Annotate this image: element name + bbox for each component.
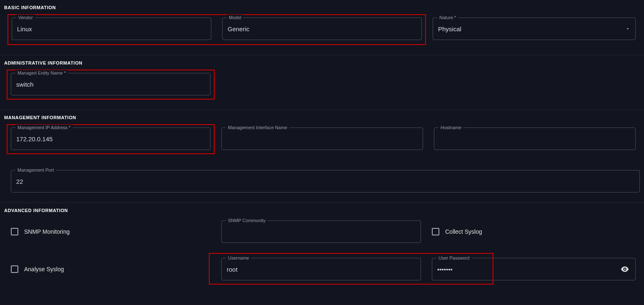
input-hostname[interactable] xyxy=(439,135,630,142)
input-model[interactable] xyxy=(228,25,416,32)
label-mgmt-iface: Management Interface Name xyxy=(226,125,289,130)
select-nature[interactable]: Nature * Physical xyxy=(433,18,636,40)
label-model: Model xyxy=(227,15,243,20)
section-title-advanced: ADVANCED INFORMATION xyxy=(4,208,640,213)
input-mgmt-ip[interactable] xyxy=(16,135,205,142)
value-nature: Physical xyxy=(438,25,630,32)
section-title-basic: BASIC INFORMATION xyxy=(4,5,640,10)
checkbox-icon[interactable] xyxy=(432,228,439,235)
section-basic: BASIC INFORMATION Vendor Model Nature * … xyxy=(0,0,644,51)
input-mgmt-port[interactable] xyxy=(16,178,634,185)
label-hostname: Hostname xyxy=(438,125,463,130)
field-hostname: Hostname xyxy=(434,128,636,150)
input-mgmt-iface[interactable] xyxy=(227,135,418,142)
section-mgmt: MANAGEMENT INFORMATION Management IP Add… xyxy=(0,110,644,198)
highlight-entity-name: Managed Entity Name * xyxy=(7,70,215,100)
checkbox-icon[interactable] xyxy=(11,265,18,273)
checkbox-collect-syslog[interactable]: Collect Syslog xyxy=(432,220,640,243)
checkbox-analyse-syslog[interactable]: Analyse Syslog xyxy=(11,258,211,280)
input-vendor[interactable] xyxy=(17,25,206,32)
field-mgmt-iface: Management Interface Name xyxy=(221,128,423,150)
label-collect-syslog: Collect Syslog xyxy=(445,228,482,235)
input-entity-name[interactable] xyxy=(16,81,205,88)
section-title-admin: ADMINISTRATIVE INFORMATION xyxy=(4,60,640,65)
label-nature: Nature * xyxy=(437,15,458,20)
label-entity-name: Managed Entity Name * xyxy=(15,70,68,76)
label-username: Username xyxy=(226,255,251,261)
field-entity-name: Managed Entity Name * xyxy=(11,73,211,95)
label-snmp-community: SNMP Community xyxy=(226,218,268,223)
label-mgmt-ip: Management IP Address * xyxy=(15,125,73,130)
field-nature: Nature * Physical xyxy=(433,18,636,45)
label-vendor: Vendor xyxy=(16,15,35,20)
label-password: User Password xyxy=(436,255,472,261)
eye-icon[interactable] xyxy=(620,265,629,274)
section-admin: ADMINISTRATIVE INFORMATION Managed Entit… xyxy=(0,55,644,105)
section-title-mgmt: MANAGEMENT INFORMATION xyxy=(4,115,640,120)
highlight-ip: Management IP Address * xyxy=(7,124,215,154)
field-snmp-community: SNMP Community xyxy=(221,220,421,243)
label-mgmt-port: Management Port xyxy=(15,167,56,173)
input-snmp-community[interactable] xyxy=(227,228,416,235)
field-vendor: Vendor xyxy=(12,18,211,40)
label-analyse-syslog: Analyse Syslog xyxy=(24,266,64,272)
input-username[interactable] xyxy=(227,266,416,273)
section-advanced: ADVANCED INFORMATION SNMP Monitoring SNM… xyxy=(0,203,644,286)
field-mgmt-ip: Management IP Address * xyxy=(11,128,211,150)
highlight-vendor-model: Vendor Model xyxy=(7,14,426,45)
checkbox-icon[interactable] xyxy=(11,228,18,235)
input-password[interactable] xyxy=(437,266,630,273)
field-password: User Password xyxy=(432,258,636,280)
label-snmp-monitoring: SNMP Monitoring xyxy=(24,228,69,235)
checkbox-snmp-monitoring[interactable]: SNMP Monitoring xyxy=(11,220,211,243)
field-username: Username xyxy=(221,258,421,280)
field-model: Model xyxy=(222,18,422,40)
field-mgmt-port: Management Port xyxy=(11,170,640,192)
